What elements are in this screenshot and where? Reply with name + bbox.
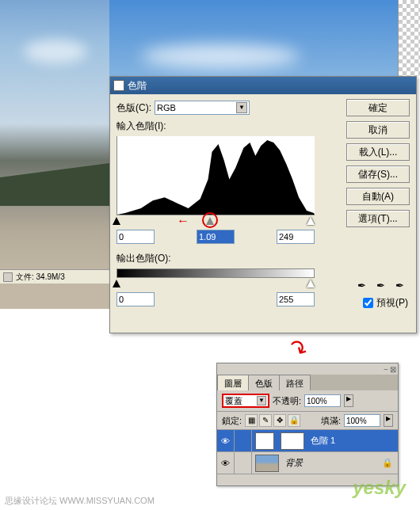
histogram[interactable] <box>116 136 315 215</box>
cancel-button[interactable]: 取消 <box>346 121 410 139</box>
output-levels-label: 輸出色階(O): <box>116 252 410 265</box>
lock-all-icon[interactable]: 🔒 <box>288 414 300 427</box>
ok-button[interactable]: 確定 <box>346 99 410 116</box>
lock-transparency-icon[interactable]: ▦ <box>245 414 258 427</box>
layer-thumb <box>255 455 279 472</box>
fill-field[interactable]: 100% <box>344 414 380 427</box>
panel-top-controls: − ⊠ <box>217 363 398 375</box>
eyedropper-gray-icon[interactable]: ✒ <box>373 278 388 292</box>
output-slider-track[interactable] <box>116 280 315 289</box>
layer-item-levels[interactable]: 👁 ◐ 色階 1 <box>217 430 398 452</box>
load-button[interactable]: 載入(L)... <box>346 143 410 161</box>
eyedropper-white-icon[interactable]: ✒ <box>392 278 407 292</box>
lock-label: 鎖定: <box>222 415 242 427</box>
footer-text: 思缘设计论坛 WWW.MISSYUAN.COM <box>5 495 155 507</box>
dialog-icon <box>113 80 124 91</box>
output-black-slider[interactable] <box>113 280 120 287</box>
blend-mode-value: 覆蓋 <box>225 395 242 407</box>
fill-flyout-icon[interactable]: ▶ <box>384 414 393 427</box>
background-photo <box>0 0 109 309</box>
background-sky <box>109 0 420 76</box>
opacity-label: 不透明: <box>273 395 301 407</box>
visibility-eye-icon[interactable]: 👁 <box>217 452 235 474</box>
dialog-titlebar[interactable]: 色階 <box>110 77 416 94</box>
tab-layers[interactable]: 圖層 <box>217 375 249 390</box>
minimize-icon[interactable]: − <box>384 365 388 374</box>
input-white-field[interactable] <box>277 230 315 244</box>
link-cell[interactable] <box>235 452 252 474</box>
close-icon[interactable]: ⊠ <box>390 365 396 374</box>
preview-label: 預視(P) <box>376 296 408 310</box>
visibility-eye-icon[interactable]: 👁 <box>217 430 235 452</box>
layer-mask-thumb[interactable] <box>281 432 304 450</box>
layer-list: 👁 ◐ 色階 1 👁 背景 🔒 <box>217 430 398 474</box>
chevron-down-icon: ▼ <box>236 102 247 113</box>
layer-item-background[interactable]: 👁 背景 🔒 <box>217 452 398 474</box>
input-black-field[interactable] <box>116 230 155 244</box>
black-point-slider[interactable] <box>113 217 120 225</box>
tab-paths[interactable]: 路徑 <box>279 375 311 390</box>
lock-pixels-icon[interactable]: ✎ <box>259 414 272 427</box>
output-gradient <box>116 268 315 278</box>
adjustment-thumb: ◐ <box>255 432 274 450</box>
input-slider-track[interactable]: ← <box>116 217 315 226</box>
options-button[interactable]: 選項(T)... <box>346 210 410 227</box>
save-button[interactable]: 儲存(S)... <box>346 166 410 183</box>
channel-value: RGB <box>157 103 176 112</box>
opacity-flyout-icon[interactable]: ▶ <box>344 394 353 407</box>
layer-name: 色階 1 <box>307 435 398 447</box>
auto-button[interactable]: 自動(A) <box>346 188 410 205</box>
layers-panel: − ⊠ 圖層 色版 路徑 覆蓋 ▼ 不透明: 100% ▶ 鎖定: ▦ ✎ ✥ … <box>216 363 399 486</box>
levels-dialog: 色階 色版(C): RGB ▼ 輸入色階(I): ← <box>109 76 417 333</box>
preview-checkbox[interactable] <box>363 298 373 308</box>
output-black-field[interactable] <box>116 292 155 306</box>
channel-combo[interactable]: RGB ▼ <box>155 101 250 115</box>
annotation-curve-arrow: ↷ <box>283 333 311 364</box>
eyedropper-black-icon[interactable]: ✒ <box>354 278 368 292</box>
opacity-field[interactable]: 100% <box>304 394 341 407</box>
canvas-edge-checker <box>398 0 420 76</box>
panel-tabs: 圖層 色版 路徑 <box>217 375 398 390</box>
lock-position-icon[interactable]: ✥ <box>273 414 286 427</box>
output-white-slider[interactable] <box>307 280 315 287</box>
output-white-field[interactable] <box>277 292 315 306</box>
status-text: 文件: 34.9M/3 <box>16 272 65 283</box>
blend-mode-combo[interactable]: 覆蓋 ▼ <box>222 394 269 408</box>
chevron-down-icon: ▼ <box>257 396 266 405</box>
eyedropper-group: ✒ ✒ ✒ <box>354 278 407 292</box>
link-cell[interactable] <box>235 430 252 452</box>
gamma-slider[interactable] <box>206 217 214 225</box>
input-gamma-field[interactable] <box>197 230 235 244</box>
document-statusbar: 文件: 34.9M/3 <box>0 269 109 284</box>
fill-label: 填滿: <box>321 415 341 427</box>
annotation-arrow: ← <box>177 214 189 228</box>
channel-label: 色版(C): <box>116 101 151 115</box>
lock-icon: 🔒 <box>382 458 393 468</box>
tab-channels[interactable]: 色版 <box>248 375 280 390</box>
layer-name: 背景 <box>282 457 382 469</box>
status-icon <box>3 272 13 282</box>
dialog-title: 色階 <box>128 79 147 93</box>
white-point-slider[interactable] <box>307 217 315 225</box>
